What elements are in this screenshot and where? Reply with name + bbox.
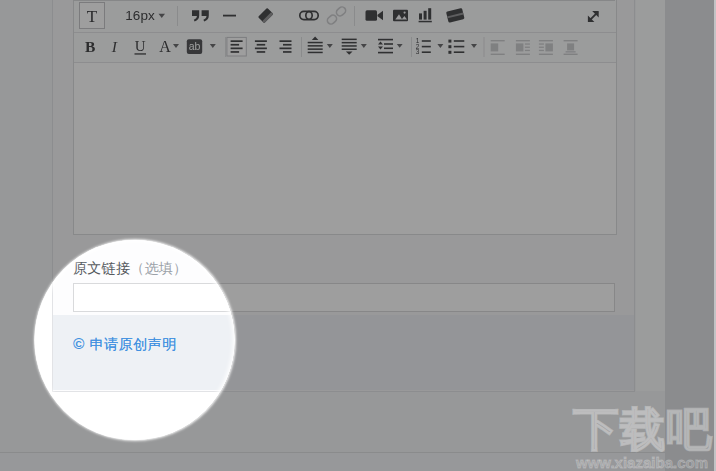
svg-text:B: B — [85, 38, 95, 55]
svg-text:U: U — [135, 38, 146, 54]
svg-text:T: T — [87, 7, 98, 26]
svg-text:I: I — [111, 38, 118, 55]
svg-text:16px: 16px — [125, 8, 155, 23]
svg-text:A: A — [159, 38, 171, 55]
svg-text:3: 3 — [416, 48, 420, 55]
svg-text:ab: ab — [189, 40, 201, 52]
